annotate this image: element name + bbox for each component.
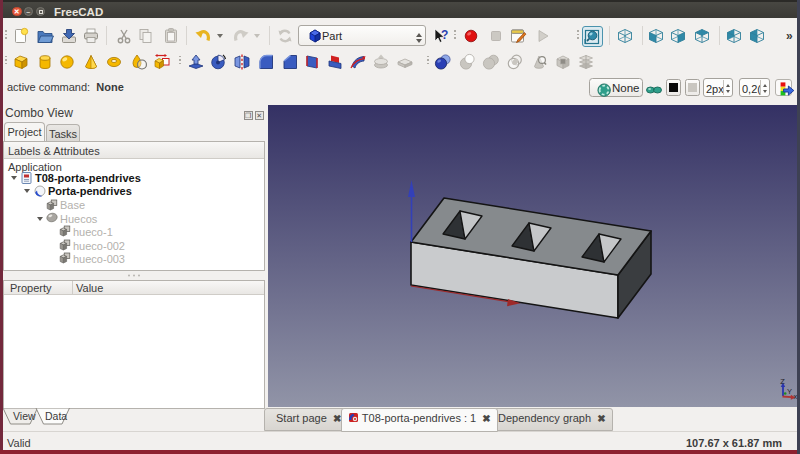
- svg-text:Y: Y: [787, 387, 792, 396]
- svg-text:Data: Data: [45, 410, 67, 422]
- svg-text:?: ?: [441, 28, 448, 42]
- svg-text:View: View: [13, 410, 36, 422]
- svg-text:Z: Z: [780, 377, 785, 386]
